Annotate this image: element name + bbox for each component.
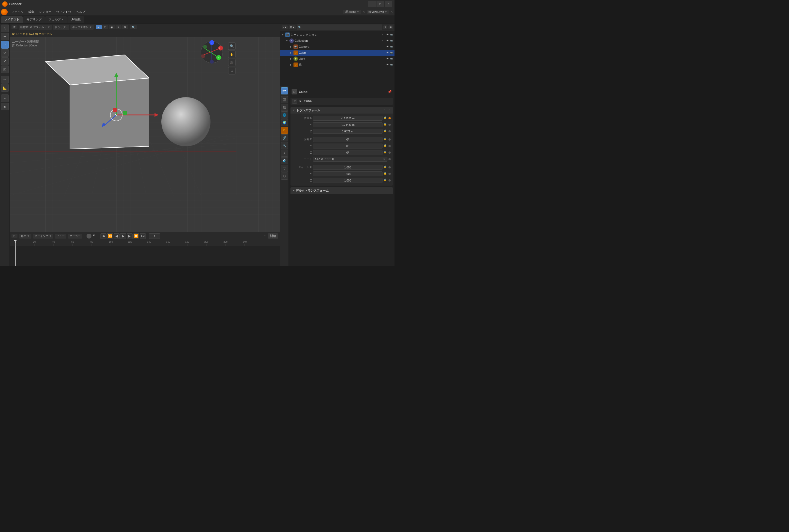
viewport-shading-mat[interactable]: ◉: [109, 25, 115, 29]
camera-vis-camera[interactable]: 📷: [390, 45, 393, 49]
timeline-mode-button[interactable]: ⏱: [12, 234, 17, 238]
cube-expand[interactable]: ▶: [289, 51, 293, 54]
viewlayer-selector[interactable]: 🖼 ViewLayer ▼: [367, 10, 389, 14]
viewport-shading-wire[interactable]: ⬡: [102, 25, 108, 29]
start-button[interactable]: 開始: [268, 233, 278, 239]
scene-selector[interactable]: 🎬 Scene ▼: [343, 10, 361, 14]
position-z-input[interactable]: 1.6621 m: [313, 129, 382, 134]
rotation-x-lock[interactable]: 🔒: [383, 137, 388, 141]
light-vis-camera[interactable]: 📷: [390, 57, 393, 61]
playback-dropdown[interactable]: 再生 ▼: [19, 234, 32, 239]
menu-edit[interactable]: 編集: [26, 9, 37, 15]
scene-vis-camera[interactable]: 📷: [390, 33, 393, 37]
prop-world-button[interactable]: 🌍: [281, 119, 288, 126]
measure-tool-button[interactable]: 📐: [1, 84, 9, 92]
cube-vis-eye[interactable]: 👁: [385, 51, 389, 55]
scale-x-input[interactable]: 1.000: [313, 165, 382, 170]
drag-mode-button[interactable]: ドラッグ...: [53, 25, 69, 30]
keying-dropdown[interactable]: キーイング ▼: [33, 234, 54, 239]
outliner-display-dropdown[interactable]: 🖼▼: [288, 25, 296, 29]
scene-vis-check[interactable]: ✓: [381, 33, 385, 37]
camera-vis-eye[interactable]: 👁: [385, 45, 389, 49]
position-y-lock[interactable]: 🔒: [383, 123, 388, 127]
scale-z-lock[interactable]: 🔒: [383, 178, 388, 182]
scale-x-keyframe[interactable]: [389, 166, 391, 168]
prop-data-button[interactable]: ▽: [281, 165, 288, 172]
select-mode-dropdown[interactable]: ボックス選択 ▼: [71, 25, 94, 30]
viewport-shading-solid[interactable]: ■: [96, 25, 102, 29]
marker-dropdown[interactable]: マーカー: [68, 234, 82, 239]
scale-y-lock[interactable]: 🔒: [383, 172, 388, 176]
position-y-input[interactable]: -0.24433 m: [313, 122, 382, 127]
annotate-tool-button[interactable]: ✏: [1, 76, 9, 83]
current-frame-input[interactable]: 1: [149, 233, 160, 239]
transform-tool-button[interactable]: ◰: [1, 65, 9, 73]
scale-z-input[interactable]: 1.000: [313, 178, 382, 183]
rotation-x-keyframe[interactable]: [389, 138, 391, 140]
outliner-mode-dropdown[interactable]: ≡▼: [282, 25, 288, 29]
viewport-3d[interactable]: ユーザー・透視投影 (1) Collection | Cube X Y: [10, 37, 280, 232]
rotation-z-keyframe[interactable]: [389, 152, 391, 154]
scene-vis-eye[interactable]: 👁: [385, 33, 389, 37]
prop-scene-button[interactable]: 🎬: [281, 96, 288, 103]
maximize-button[interactable]: □: [376, 1, 384, 7]
viewport-shading-rendered[interactable]: ☀: [115, 25, 121, 29]
collection-expand[interactable]: ▼: [285, 39, 288, 42]
auto-key-dropdown[interactable]: ▼: [92, 234, 97, 239]
search-button[interactable]: 🔍: [130, 25, 137, 29]
play-button[interactable]: ▶: [120, 233, 126, 239]
frame-indicator-dot[interactable]: [87, 234, 92, 239]
sphere-vis-eye[interactable]: 👁: [385, 63, 389, 66]
rotation-x-input[interactable]: 0°: [313, 137, 382, 142]
outliner-filter-button[interactable]: ⊽: [383, 25, 388, 29]
collection-vis-eye[interactable]: 👁: [385, 39, 389, 43]
camera-expand[interactable]: ▶: [289, 45, 293, 48]
tab-modeling[interactable]: モデリング: [23, 16, 45, 23]
scale-z-keyframe[interactable]: [389, 179, 391, 182]
menu-file[interactable]: ファイル: [9, 9, 26, 15]
prev-key-button[interactable]: ⏪: [107, 233, 113, 239]
add-object-button[interactable]: ✦: [1, 94, 9, 102]
prop-data-icon[interactable]: ▽: [292, 99, 297, 104]
prop-particles-button[interactable]: ✦: [281, 150, 288, 157]
scale-x-lock[interactable]: 🔒: [383, 166, 388, 169]
outliner-item-light[interactable]: ▶ 💡 Light 👁 📷: [280, 56, 394, 62]
rotation-y-input[interactable]: 0°: [313, 144, 382, 149]
outliner-item-camera[interactable]: ▶ 📷 Camera 👁 📷: [280, 44, 394, 50]
tab-sculpt[interactable]: スカルプト: [45, 16, 67, 23]
tab-uv[interactable]: UV編集: [68, 16, 84, 23]
position-x-lock[interactable]: 🔒: [383, 116, 388, 120]
timer-icon[interactable]: ⏱: [264, 234, 267, 238]
menu-help[interactable]: ヘルプ: [74, 9, 87, 15]
viewport-mode-button[interactable]: 👁: [12, 25, 17, 29]
cursor-tool-button[interactable]: ✛: [1, 33, 9, 40]
scale-y-input[interactable]: 1.000: [313, 171, 382, 176]
move-tool-button[interactable]: ↔: [1, 41, 9, 49]
sphere-expand[interactable]: ▶: [289, 63, 293, 66]
prop-data-dropdown[interactable]: ▼: [299, 100, 302, 103]
select-tool-button[interactable]: ↖: [1, 24, 9, 32]
next-frame-button[interactable]: ▶|: [127, 233, 133, 239]
position-y-keyframe[interactable]: [389, 124, 391, 126]
menu-render[interactable]: レンダー: [37, 9, 54, 15]
rotation-z-input[interactable]: 0°: [313, 150, 382, 155]
tab-layout[interactable]: レイアウト: [1, 16, 23, 23]
scene-collection-expand[interactable]: ▼: [281, 33, 284, 36]
prop-physics-button[interactable]: 🌊: [281, 157, 288, 164]
delta-transform-header[interactable]: ▶ デルタトランスフォーム: [290, 187, 393, 194]
prop-object-button[interactable]: □: [281, 127, 288, 134]
sphere-vis-camera[interactable]: 📷: [390, 63, 393, 66]
prop-renderlayer-button[interactable]: 🖼: [281, 104, 288, 111]
view-dropdown[interactable]: ビュー: [55, 234, 66, 239]
next-key-button[interactable]: ⏩: [133, 233, 139, 239]
jump-start-button[interactable]: ⏮: [100, 233, 107, 239]
menu-window[interactable]: ウィンドウ: [54, 9, 73, 15]
timeline-area[interactable]: [10, 246, 280, 266]
prop-material-button[interactable]: ⬡: [281, 172, 288, 179]
position-z-lock[interactable]: 🔒: [383, 129, 388, 133]
prop-constraint-button[interactable]: 🔗: [281, 134, 288, 141]
jump-end-button[interactable]: ⏭: [140, 233, 146, 239]
prev-frame-button[interactable]: ◀: [114, 233, 119, 239]
minimize-button[interactable]: ─: [368, 1, 376, 7]
close-button[interactable]: ✕: [385, 1, 392, 7]
